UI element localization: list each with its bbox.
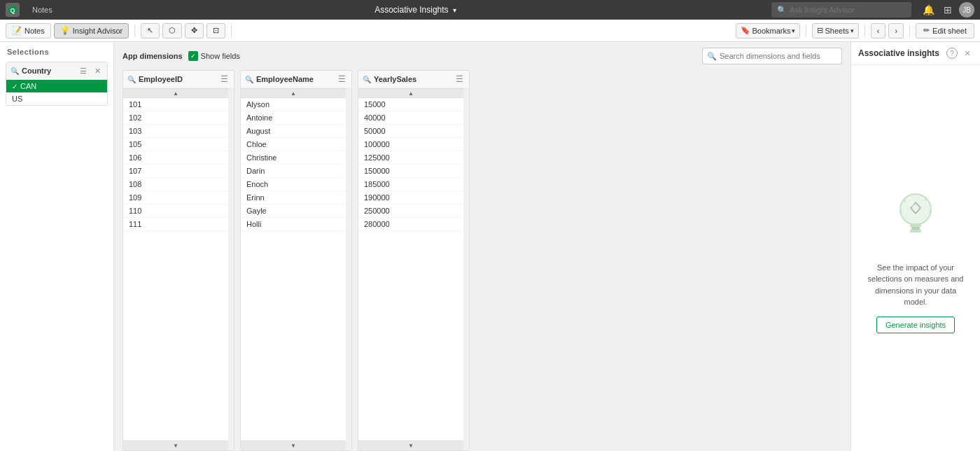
yearlysales-list: ▲ 15000 40000 50000 100000 125000 150000… bbox=[358, 88, 463, 450]
employeeid-header: 🔍 EmployeeID ☰ bbox=[123, 71, 234, 88]
select-tool-button[interactable]: ↖ bbox=[141, 23, 160, 39]
select-icon: ↖ bbox=[147, 26, 153, 35]
lasso-icon: ⬡ bbox=[169, 26, 176, 35]
insights-description: See the impact of your selections on mea… bbox=[862, 262, 969, 308]
list-item[interactable]: Antoine bbox=[241, 111, 346, 125]
search-icon: 🔍 bbox=[777, 6, 787, 15]
list-item[interactable]: Christine bbox=[241, 151, 346, 165]
list-item[interactable]: 101 bbox=[123, 98, 228, 111]
zoom-reset-button[interactable]: ⊡ bbox=[206, 23, 225, 39]
employeeid-scrollbar[interactable] bbox=[228, 88, 234, 450]
list-item[interactable]: 15000 bbox=[358, 98, 463, 111]
employeename-scrollbar[interactable] bbox=[346, 88, 351, 450]
nav-tab-notes[interactable]: Notes bbox=[25, 0, 59, 20]
country-filter-list: ✓ CAN US bbox=[6, 80, 107, 105]
list-item[interactable]: 150000 bbox=[358, 165, 463, 178]
list-item[interactable]: 109 bbox=[123, 191, 228, 204]
lasso-tool-button[interactable]: ⬡ bbox=[162, 23, 182, 39]
notification-icon[interactable]: 🔔 bbox=[920, 1, 937, 18]
employeeid-scroll-down[interactable]: ▼ bbox=[123, 440, 228, 450]
list-item[interactable]: Darin bbox=[241, 165, 346, 178]
employeeid-scroll-up[interactable]: ▲ bbox=[123, 88, 228, 98]
employeename-search-icon: 🔍 bbox=[245, 76, 253, 83]
show-fields-checkbox[interactable]: ✓ bbox=[188, 51, 198, 61]
bookmarks-chevron: ▾ bbox=[792, 27, 795, 34]
bookmarks-group[interactable]: 🔖 Bookmarks ▾ bbox=[736, 23, 800, 39]
show-fields-toggle[interactable]: ✓ Show fields bbox=[188, 51, 240, 61]
svg-point-12 bbox=[899, 210, 902, 213]
insight-advisor-search[interactable] bbox=[790, 6, 888, 14]
employeeid-content: ▲ 101 102 103 105 106 107 108 109 110 11… bbox=[123, 88, 234, 450]
list-item[interactable]: 105 bbox=[123, 138, 228, 151]
list-item[interactable]: Enoch bbox=[241, 178, 346, 191]
yearlysales-items: 15000 40000 50000 100000 125000 150000 1… bbox=[358, 98, 463, 440]
insights-close-button[interactable]: × bbox=[962, 48, 973, 59]
list-item[interactable]: 50000 bbox=[358, 125, 463, 138]
title-dropdown-icon[interactable]: ▾ bbox=[453, 6, 456, 14]
list-item[interactable]: 102 bbox=[123, 111, 228, 125]
search-dimensions-bar[interactable]: 🔍 bbox=[702, 48, 842, 64]
list-item[interactable]: Erinn bbox=[241, 191, 346, 204]
notes-button[interactable]: 📝 Notes bbox=[6, 23, 51, 39]
list-item[interactable]: 106 bbox=[123, 151, 228, 165]
employeename-column: 🔍 EmployeeName ☰ ▲ Alyson Antoine August… bbox=[240, 70, 352, 451]
insights-help-button[interactable]: ? bbox=[946, 48, 958, 59]
list-item[interactable]: 125000 bbox=[358, 151, 463, 165]
list-item[interactable]: Chloe bbox=[241, 138, 346, 151]
employeename-scroll-up[interactable]: ▲ bbox=[241, 88, 346, 98]
apps-grid-icon[interactable]: ⊞ bbox=[939, 1, 956, 18]
list-item[interactable]: Gayle bbox=[241, 204, 346, 218]
employeeid-column: 🔍 EmployeeID ☰ ▲ 101 102 103 105 106 107 bbox=[122, 70, 234, 451]
list-item[interactable]: 185000 bbox=[358, 178, 463, 191]
nav-prev-button[interactable]: ‹ bbox=[871, 23, 886, 39]
sheets-group[interactable]: ⊟ Sheets ▾ bbox=[812, 23, 858, 39]
insight-advisor-button[interactable]: 💡 Insight Advisor bbox=[54, 23, 130, 39]
insight-advisor-icon: 💡 bbox=[60, 26, 70, 35]
list-item[interactable]: 103 bbox=[123, 125, 228, 138]
svg-text:Q: Q bbox=[10, 7, 15, 14]
list-item[interactable]: 280000 bbox=[358, 218, 463, 231]
filter-item-us[interactable]: US bbox=[6, 92, 107, 105]
list-item[interactable]: 110 bbox=[123, 204, 228, 218]
employeeid-menu-button[interactable]: ☰ bbox=[218, 74, 230, 85]
list-item[interactable]: Alyson bbox=[241, 98, 346, 111]
employeename-menu-button[interactable]: ☰ bbox=[336, 74, 347, 85]
yearlysales-menu-button[interactable]: ☰ bbox=[454, 74, 465, 85]
list-item[interactable]: 250000 bbox=[358, 204, 463, 218]
employeename-content: ▲ Alyson Antoine August Chloe Christine … bbox=[241, 88, 351, 450]
list-item[interactable]: August bbox=[241, 125, 346, 138]
yearlysales-scroll-up[interactable]: ▲ bbox=[358, 88, 463, 98]
sheets-icon: ⊟ bbox=[817, 26, 823, 35]
nav-next-button[interactable]: › bbox=[888, 23, 904, 39]
filter-list-icon[interactable]: ☰ bbox=[78, 65, 89, 76]
edit-icon: ✏ bbox=[923, 26, 930, 35]
list-item[interactable]: 100000 bbox=[358, 138, 463, 151]
search-dimensions-input[interactable] bbox=[720, 52, 837, 60]
search-bar[interactable]: 🔍 bbox=[771, 2, 911, 18]
yearlysales-scrollbar[interactable] bbox=[463, 88, 469, 450]
toolbar-separator-4 bbox=[864, 25, 865, 37]
list-item[interactable]: 111 bbox=[123, 218, 228, 231]
dimensions-toolbar: App dimensions ✓ Show fields 🔍 bbox=[114, 42, 850, 70]
filter-clear-icon[interactable]: ✕ bbox=[92, 65, 103, 76]
pan-tool-button[interactable]: ✥ bbox=[185, 23, 204, 39]
list-item[interactable]: 40000 bbox=[358, 111, 463, 125]
generate-insights-button[interactable]: Generate insights bbox=[876, 317, 955, 333]
list-item[interactable]: 108 bbox=[123, 178, 228, 191]
toolbar-separator-3 bbox=[806, 25, 806, 37]
selections-panel: Selections 🔍 Country ☰ ✕ ✓ CAN US bbox=[0, 42, 114, 451]
dimension-columns: 🔍 EmployeeID ☰ ▲ 101 102 103 105 106 107 bbox=[114, 70, 850, 451]
employeeid-items: 101 102 103 105 106 107 108 109 110 111 bbox=[123, 98, 228, 440]
svg-point-14 bbox=[909, 201, 914, 207]
search-dimensions-icon: 🔍 bbox=[707, 52, 717, 61]
list-item[interactable]: 107 bbox=[123, 165, 228, 178]
chevron-right-icon: › bbox=[895, 27, 897, 35]
list-item[interactable]: 190000 bbox=[358, 191, 463, 204]
filter-item-can[interactable]: ✓ CAN bbox=[6, 80, 107, 92]
edit-sheet-button[interactable]: ✏ Edit sheet bbox=[916, 23, 974, 39]
avatar[interactable]: JB bbox=[959, 2, 974, 18]
nav-title: Associative Insights ▾ bbox=[374, 5, 456, 15]
employeename-scroll-down[interactable]: ▼ bbox=[241, 440, 346, 450]
list-item[interactable]: Holli bbox=[241, 218, 346, 231]
yearlysales-scroll-down[interactable]: ▼ bbox=[358, 440, 463, 450]
